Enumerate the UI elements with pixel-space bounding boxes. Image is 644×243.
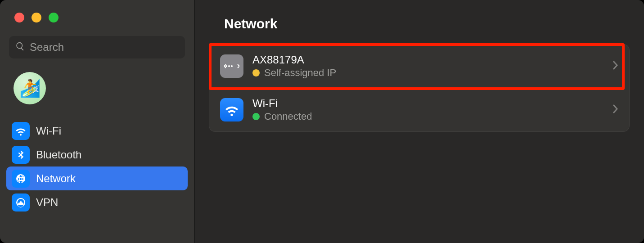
avatar: 🏄 bbox=[14, 72, 46, 104]
sidebar-item-wifi[interactable]: Wi-Fi bbox=[6, 119, 188, 143]
maximize-button[interactable] bbox=[49, 13, 59, 22]
search-input[interactable] bbox=[30, 41, 179, 54]
sidebar-nav: Wi-Fi Bluetooth Network VPN bbox=[0, 119, 194, 214]
page-title: Network bbox=[224, 16, 630, 32]
sidebar-item-bluetooth[interactable]: Bluetooth bbox=[6, 143, 188, 166]
svg-point-1 bbox=[228, 65, 230, 67]
sidebar-item-vpn[interactable]: VPN bbox=[6, 190, 188, 214]
status-dot bbox=[252, 113, 260, 120]
bluetooth-icon bbox=[12, 146, 30, 164]
interface-text: AX88179A Self-assigned IP bbox=[252, 54, 336, 79]
wifi-icon bbox=[12, 122, 30, 140]
search-icon bbox=[15, 41, 25, 53]
interface-name: Wi-Fi bbox=[252, 97, 312, 110]
sidebar-item-label: Wi-Fi bbox=[36, 125, 61, 137]
ethernet-icon bbox=[220, 54, 243, 78]
search-field[interactable] bbox=[9, 36, 185, 58]
wifi-icon bbox=[220, 98, 243, 122]
chevron-right-icon bbox=[612, 104, 618, 116]
globe-icon bbox=[12, 170, 30, 188]
sidebar-item-network[interactable]: Network bbox=[6, 166, 188, 190]
interface-status: Self-assigned IP bbox=[264, 67, 336, 79]
close-button[interactable] bbox=[14, 13, 24, 22]
settings-window: 🏄 Wi-Fi Bluetooth Network bbox=[0, 0, 644, 243]
interface-text: Wi-Fi Connected bbox=[252, 97, 312, 122]
interface-status: Connected bbox=[264, 111, 312, 122]
minimize-button[interactable] bbox=[32, 13, 41, 22]
main-content: Network AX88179A Self-assigned IP bbox=[194, 0, 644, 243]
window-controls bbox=[14, 13, 59, 22]
sidebar-item-label: Network bbox=[36, 172, 76, 185]
interfaces-list: AX88179A Self-assigned IP Wi-Fi bbox=[209, 44, 630, 132]
sidebar: 🏄 Wi-Fi Bluetooth Network bbox=[0, 0, 194, 243]
svg-point-2 bbox=[231, 65, 233, 67]
interface-name: AX88179A bbox=[252, 54, 336, 66]
sidebar-item-label: VPN bbox=[36, 196, 58, 209]
svg-point-0 bbox=[225, 65, 227, 67]
interface-row-wifi[interactable]: Wi-Fi Connected bbox=[209, 88, 629, 131]
interface-row-ethernet[interactable]: AX88179A Self-assigned IP bbox=[209, 45, 629, 88]
chevron-right-icon bbox=[612, 60, 618, 72]
account-row[interactable]: 🏄 bbox=[14, 72, 185, 104]
vpn-icon bbox=[12, 194, 30, 212]
sidebar-item-label: Bluetooth bbox=[36, 148, 81, 161]
status-dot bbox=[252, 69, 260, 76]
